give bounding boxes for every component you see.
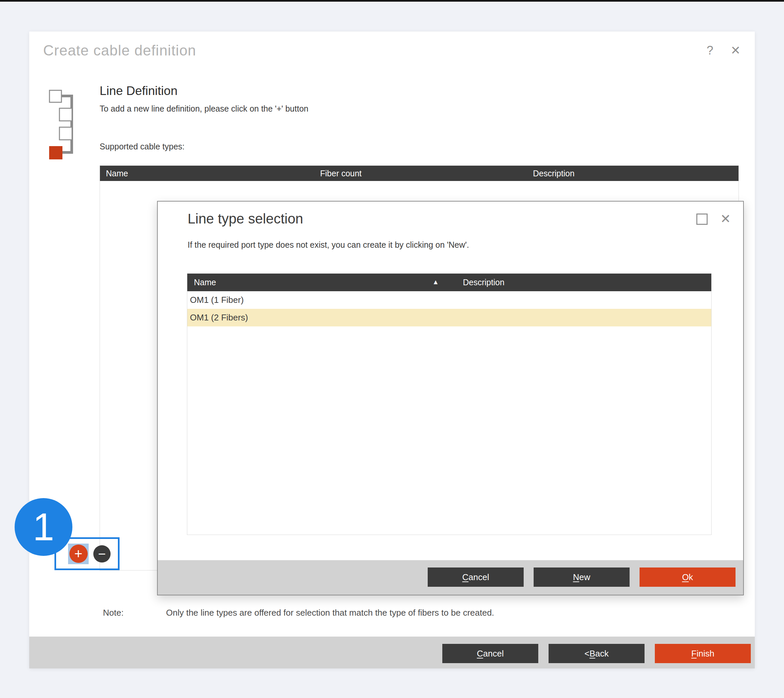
dialog-footer-bar: Cancel New Ok (158, 560, 743, 595)
minus-icon: − (98, 547, 105, 561)
cable-table-header: Name Fiber count Description (100, 166, 738, 181)
close-icon[interactable]: ✕ (731, 43, 741, 58)
line-col-name[interactable]: Name (194, 278, 216, 287)
line-type-selection-dialog: Line type selection If the required port… (157, 201, 744, 595)
add-line-definition-button[interactable]: + (69, 545, 88, 563)
note-label: Note: (103, 607, 124, 618)
wizard-steps-icon (46, 87, 86, 164)
back-button[interactable]: < Back (548, 644, 644, 663)
finish-button[interactable]: Finish (655, 644, 751, 663)
cable-col-description[interactable]: Description (533, 169, 575, 178)
row-name: OM1 (2 Fibers) (190, 313, 248, 323)
dialog-title: Line type selection (188, 211, 303, 227)
dialog-ok-button[interactable]: Ok (639, 568, 736, 587)
line-col-description[interactable]: Description (463, 278, 504, 287)
cancel-button[interactable]: Cancel (442, 644, 538, 663)
note-text: Only the line types are offered for sele… (166, 607, 494, 618)
window-title: Create cable definition (43, 42, 196, 59)
table-row-selected[interactable]: OM1 (2 Fibers) (187, 309, 711, 326)
row-name: OM1 (1 Fiber) (190, 295, 244, 305)
wizard-footer-bar: Cancel < Back Finish (29, 637, 755, 668)
sort-ascending-icon[interactable]: ▲ (432, 278, 439, 286)
dialog-close-icon[interactable]: ✕ (720, 212, 731, 226)
maximize-icon[interactable] (696, 214, 708, 225)
annotation-step-badge: 1 (15, 498, 72, 556)
page-title: Line Definition (100, 84, 177, 98)
remove-line-definition-button[interactable]: − (93, 545, 110, 563)
line-type-table: Name ▲ Description OM1 (1 Fiber) OM1 (2 … (187, 273, 712, 535)
supported-cable-types-label: Supported cable types: (100, 142, 184, 151)
dialog-cancel-button[interactable]: Cancel (428, 568, 524, 587)
table-row[interactable]: OM1 (1 Fiber) (187, 291, 711, 309)
dialog-subtitle: If the required port type does not exist… (188, 240, 469, 250)
page-subtitle: To add a new line definition, please cli… (100, 104, 308, 114)
cable-col-fiber-count[interactable]: Fiber count (320, 169, 362, 178)
line-type-table-header: Name ▲ Description (187, 273, 711, 291)
dialog-new-button[interactable]: New (534, 568, 629, 587)
add-button-hover-background: + (68, 543, 89, 564)
help-icon[interactable]: ? (707, 43, 713, 58)
cable-col-name[interactable]: Name (106, 169, 128, 178)
plus-icon: + (74, 547, 83, 561)
screenshot-top-border (0, 0, 784, 2)
